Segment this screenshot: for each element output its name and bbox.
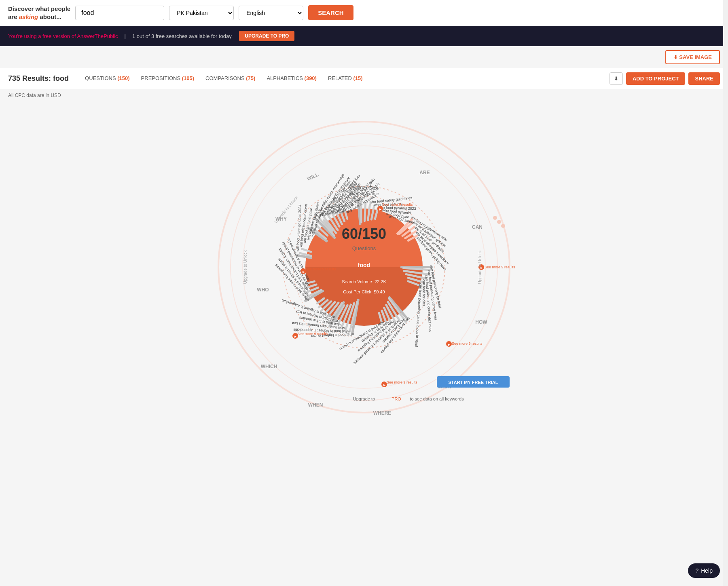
svg-text:See more 9 results: See more 9 results xyxy=(382,202,413,207)
tab-questions[interactable]: QUESTIONS (150) xyxy=(79,73,135,84)
cpc-note: All CPC data are in USD xyxy=(0,89,728,101)
search-button[interactable]: SEARCH xyxy=(308,5,353,20)
svg-text:to see data on all keywords: to see data on all keywords xyxy=(410,396,464,401)
results-title: 735 Results: food xyxy=(8,74,69,83)
tab-comparisons[interactable]: COMPARISONS (75) xyxy=(200,73,261,84)
tab-alphabetics[interactable]: ALPHABETICS (390) xyxy=(261,73,322,84)
add-to-project-button[interactable]: ADD TO PROJECT xyxy=(626,72,686,85)
download-button[interactable]: ⬇ xyxy=(609,72,623,85)
promo-bar: You're using a free version of AnswerThe… xyxy=(0,26,728,46)
svg-text:CAN: CAN xyxy=(472,224,483,230)
tabs: QUESTIONS (150) PREPOSITIONS (105) COMPA… xyxy=(79,73,603,84)
main-visualization: 60/150 Questions food Search Volume: 22.… xyxy=(0,101,728,441)
results-bar: 735 Results: food QUESTIONS (150) PREPOS… xyxy=(0,68,728,89)
svg-text:See more 9 results: See more 9 results xyxy=(452,341,483,346)
svg-point-158 xyxy=(493,216,497,220)
svg-text:WILL: WILL xyxy=(306,172,319,182)
svg-text:60/150: 60/150 xyxy=(342,226,386,242)
svg-point-159 xyxy=(497,220,501,224)
svg-text:Upgrade to Unlock: Upgrade to Unlock xyxy=(243,250,248,284)
tab-related[interactable]: RELATED (15) xyxy=(322,73,368,84)
svg-text:See more 9 results: See more 9 results xyxy=(485,265,515,269)
save-image-area: ⬇ SAVE IMAGE xyxy=(0,46,728,68)
svg-text:HOW: HOW xyxy=(475,319,487,325)
search-input[interactable] xyxy=(75,6,164,20)
wheel-container: 60/150 Questions food Search Volume: 22.… xyxy=(206,110,522,425)
search-count: 1 out of 3 free searches available for t… xyxy=(132,33,233,39)
svg-text:WHERE: WHERE xyxy=(373,410,392,416)
svg-text:WHEN: WHEN xyxy=(308,402,323,408)
svg-text:See more 9 results: See more 9 results xyxy=(297,332,328,336)
svg-text:Upgrade to: Upgrade to xyxy=(353,396,375,401)
scrollbar[interactable] xyxy=(723,0,728,441)
country-select[interactable]: PK Pakistan xyxy=(169,6,234,20)
upgrade-pro-button[interactable]: UPGRADE TO PRO xyxy=(239,31,294,41)
svg-text:Search Volume: 22.2K: Search Volume: 22.2K xyxy=(342,279,386,284)
tab-prepositions[interactable]: PREPOSITIONS (105) xyxy=(135,73,200,84)
save-image-button[interactable]: ⬇ SAVE IMAGE xyxy=(665,50,720,64)
svg-text:ARE: ARE xyxy=(419,170,430,175)
svg-text:WHO: WHO xyxy=(257,287,269,293)
svg-text:WHICH: WHICH xyxy=(261,364,277,369)
action-buttons: ⬇ ADD TO PROJECT SHARE xyxy=(609,72,720,85)
svg-point-160 xyxy=(501,224,505,228)
share-button[interactable]: SHARE xyxy=(688,72,720,85)
brand: Discover what people are asking about... xyxy=(8,5,70,21)
svg-text:Upgrade to Unlock: Upgrade to Unlock xyxy=(478,250,482,284)
svg-text:Cost Per Click: $0.49: Cost Per Click: $0.49 xyxy=(343,289,385,294)
svg-text:Questions: Questions xyxy=(352,245,376,251)
svg-text:food: food xyxy=(358,262,370,268)
svg-text:See more 9 results: See more 9 results xyxy=(387,380,417,384)
svg-text:See more 9 results: See more 9 results xyxy=(305,267,336,271)
language-select[interactable]: English xyxy=(239,6,303,20)
separator: | xyxy=(125,33,126,39)
top-bar: Discover what people are asking about...… xyxy=(0,0,728,26)
promo-text: You're using a free version of AnswerThe… xyxy=(8,33,118,39)
svg-text:PRO: PRO xyxy=(392,396,401,401)
svg-text:START MY FREE TRIAL: START MY FREE TRIAL xyxy=(448,380,498,385)
